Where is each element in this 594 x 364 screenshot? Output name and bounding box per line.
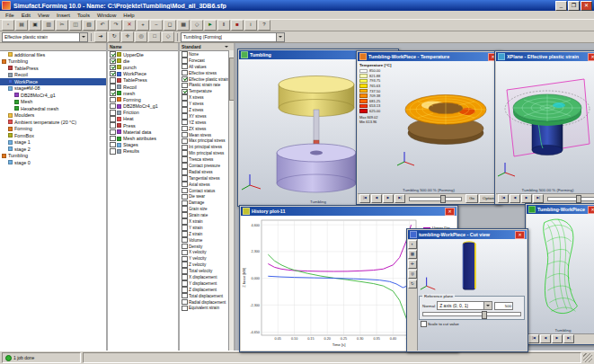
result-value-checkbox[interactable]	[182, 250, 188, 256]
result-value-item[interactable]: Mean stress	[180, 132, 234, 138]
plane-normal-combo[interactable]: Z axis (0, 0, 1)	[437, 301, 492, 310]
tree-item[interactable]: Tumbling	[0, 58, 106, 66]
result-value-checkbox[interactable]	[182, 150, 188, 156]
result-value-checkbox[interactable]	[182, 306, 188, 312]
tree-item[interactable]: TablePress	[0, 65, 106, 72]
result-value-checkbox[interactable]	[182, 194, 188, 200]
result-value-item[interactable]: Density	[180, 244, 234, 250]
result-value-checkbox[interactable]	[182, 212, 188, 218]
temperature-3d-view[interactable]: Temperature [°C] 850.00 821.88	[358, 61, 500, 193]
result-value-checkbox[interactable]	[182, 126, 188, 132]
tree-item[interactable]: stage 1	[0, 139, 106, 146]
result-value-checkbox[interactable]	[182, 76, 188, 83]
toolbar-icon[interactable]: ◻	[164, 20, 176, 31]
result-value-checkbox[interactable]	[182, 132, 188, 138]
mesh-3d-view[interactable]: Tumbling	[527, 214, 594, 333]
maximize-button[interactable]: ❐	[568, 1, 580, 11]
view-tool-icon[interactable]: ➔	[94, 31, 107, 42]
object-item[interactable]: TablePress	[108, 77, 178, 84]
chevron-down-icon[interactable]	[483, 302, 492, 309]
view-tool-icon[interactable]: □	[148, 31, 161, 42]
tree-item[interactable]: Ambient temperature (20 °C)	[0, 119, 106, 126]
result-value-checkbox[interactable]	[182, 89, 188, 95]
cut-tool-button[interactable]: ↻	[408, 280, 417, 289]
object-checkbox[interactable]	[110, 110, 116, 116]
object-checkbox[interactable]	[110, 58, 116, 65]
object-checkbox[interactable]	[110, 90, 116, 96]
scale-checkbox[interactable]	[421, 321, 427, 327]
toolbar-icon[interactable]: ▥	[42, 20, 55, 31]
object-checkbox[interactable]	[110, 71, 116, 77]
result-value-item[interactable]: ZX stress	[180, 126, 234, 132]
toolbar-icon[interactable]: ↶	[96, 20, 109, 31]
result-value-item[interactable]: Z strain	[180, 231, 234, 237]
result-value-checkbox[interactable]	[182, 182, 188, 188]
result-value-checkbox[interactable]	[182, 200, 188, 207]
vertical-scrollbar[interactable]	[228, 50, 234, 351]
tree-item[interactable]: FormBox	[0, 132, 106, 139]
object-checkbox[interactable]	[110, 77, 116, 84]
view-tool-icon[interactable]: ◎	[135, 31, 147, 42]
result-value-checkbox[interactable]	[182, 188, 188, 194]
step-back-button[interactable]: ◀	[510, 194, 520, 203]
object-item[interactable]: DB28MoCr4_g1	[108, 103, 178, 110]
object-item[interactable]: Heat	[108, 116, 178, 122]
object-checkbox[interactable]	[110, 129, 116, 136]
object-item[interactable]: Forming	[108, 96, 178, 102]
menu-item[interactable]: Edit	[18, 13, 34, 18]
step-back-button[interactable]: ◀	[371, 194, 382, 203]
toolbar-icon[interactable]: ✂	[56, 20, 68, 31]
resize-grip[interactable]	[583, 353, 592, 362]
result-value-checkbox[interactable]	[182, 237, 188, 244]
result-value-checkbox[interactable]	[182, 145, 188, 151]
toolbar-icon[interactable]: ‖	[217, 20, 230, 31]
result-value-item[interactable]: Die wear	[180, 193, 234, 200]
result-value-item[interactable]: Tangential stress	[180, 175, 234, 182]
result-value-item[interactable]: Grain size	[180, 206, 234, 212]
tree-item[interactable]: stage#M-08	[0, 85, 106, 93]
result-value-checkbox[interactable]	[182, 113, 188, 120]
result-value-checkbox[interactable]	[182, 51, 188, 58]
tree-item[interactable]: WorkPiece	[0, 78, 106, 85]
result-value-item[interactable]: X strain	[180, 218, 234, 225]
object-checkbox[interactable]	[110, 97, 116, 103]
menu-item[interactable]: Help	[120, 13, 137, 18]
result-value-item[interactable]: Effective stress	[180, 70, 234, 76]
result-value-item[interactable]: Z displacement	[180, 287, 234, 293]
close-icon[interactable]: ✕	[515, 231, 525, 239]
result-values-header[interactable]: Standard	[180, 43, 234, 51]
tree-item[interactable]: Forming	[0, 126, 106, 133]
toolbar-icon[interactable]: i	[244, 20, 257, 31]
toolbar-icon[interactable]: ■	[231, 20, 244, 31]
result-value-item[interactable]: Radial stress	[180, 169, 234, 175]
step-forward-button[interactable]: ▶	[383, 194, 394, 203]
result-value-item[interactable]: Contact status	[180, 188, 234, 194]
result-value-item[interactable]: All values	[180, 64, 234, 70]
result-value-item[interactable]: Z velocity	[180, 262, 234, 268]
result-value-item[interactable]: YZ stress	[180, 120, 234, 126]
view-tool-icon[interactable]: ↻	[108, 31, 120, 42]
toolbar-icon[interactable]: ▤	[15, 20, 28, 31]
result-value-item[interactable]: Strain rate	[180, 212, 234, 218]
step-first-button[interactable]: |◀	[528, 334, 539, 343]
titlebar[interactable]: Simufact.Forming 10.0 - Name: C:\Projekt…	[0, 0, 594, 11]
result-value-item[interactable]: Z stress	[180, 107, 234, 113]
go-button[interactable]: Go	[465, 194, 478, 203]
result-value-item[interactable]: Damage	[180, 200, 234, 206]
process-combo[interactable]: Tumbling (Forming)	[181, 32, 285, 42]
result-value-checkbox[interactable]	[182, 218, 188, 225]
result-value-checkbox[interactable]	[182, 225, 188, 231]
result-value-item[interactable]: Total displacement	[180, 293, 234, 299]
object-checkbox[interactable]	[110, 65, 116, 71]
toolbar-icon[interactable]: ↷	[110, 20, 122, 31]
step-last-button[interactable]: ▶|	[533, 194, 544, 203]
cut-tool-button[interactable]: ◎	[408, 270, 417, 279]
slider-thumb[interactable]	[482, 311, 487, 319]
object-item[interactable]: WorkPiece	[108, 71, 178, 77]
step-first-button[interactable]: |◀	[359, 194, 370, 203]
object-checkbox[interactable]	[110, 136, 116, 142]
result-value-item[interactable]: Equivalent strain	[180, 306, 234, 312]
object-item[interactable]: die	[108, 58, 178, 64]
object-checkbox[interactable]	[110, 122, 116, 129]
window-mesh-titlebar[interactable]: Tumbling-WorkPiece - Mesh ✕	[527, 205, 594, 214]
